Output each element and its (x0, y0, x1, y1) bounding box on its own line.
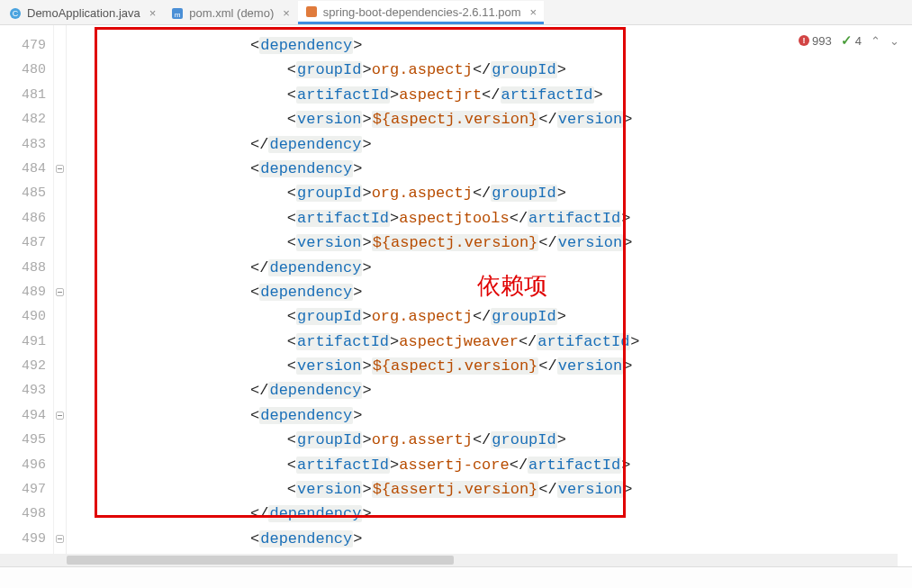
code-line[interactable]: <artifactId>assertj-core</artifactId> (67, 453, 912, 477)
line-number[interactable]: 499 (0, 527, 66, 551)
horizontal-scrollbar[interactable] (0, 554, 898, 566)
code-line[interactable]: <dependency> (67, 33, 912, 58)
code-line[interactable]: <groupId>org.aspectj</groupId> (67, 304, 912, 329)
tab-pom-xml[interactable]: m pom.xml (demo) × (164, 1, 297, 24)
svg-text:C: C (13, 9, 19, 18)
code-line[interactable]: <artifactId>aspectjweaver</artifactId> (67, 330, 912, 354)
close-icon[interactable]: × (283, 7, 290, 19)
code-line[interactable]: <artifactId>aspectjrt</artifactId> (67, 83, 912, 107)
error-icon: ! (799, 35, 809, 46)
code-line[interactable]: <version>${aspectj.version}</version> (67, 354, 912, 378)
line-number[interactable]: 484 (0, 157, 66, 181)
errors-indicator[interactable]: ! 993 (799, 34, 832, 48)
code-line[interactable]: </dependency> (67, 256, 912, 280)
code-line[interactable]: <dependency> (67, 527, 912, 551)
line-number[interactable]: 485 (0, 181, 66, 205)
code-line[interactable]: </dependency> (67, 378, 912, 403)
line-number[interactable]: 494 (0, 403, 66, 428)
check-icon: ✓ (841, 32, 853, 49)
line-number[interactable]: 479 (0, 33, 66, 58)
line-number[interactable]: 491 (0, 330, 66, 354)
line-number[interactable]: 487 (0, 231, 66, 255)
line-number[interactable]: 493 (0, 378, 66, 403)
line-number[interactable]: 486 (0, 206, 66, 231)
line-number[interactable]: 480 (0, 58, 66, 82)
tab-label: spring-boot-dependencies-2.6.11.pom (323, 5, 521, 19)
warnings-count: 4 (855, 34, 862, 48)
svg-text:m: m (175, 10, 181, 18)
line-number[interactable]: 497 (0, 477, 66, 502)
code-line[interactable]: <version>${aspectj.version}</version> (67, 231, 912, 255)
breadcrumb-bar[interactable] (0, 566, 912, 588)
svg-rect-4 (306, 6, 317, 17)
code-line[interactable]: </dependency> (67, 502, 912, 526)
code-line[interactable]: <artifactId>aspectjtools</artifactId> (67, 206, 912, 231)
line-number[interactable]: 481 (0, 83, 66, 107)
inspection-chevron-down-icon[interactable]: ⌄ (889, 34, 899, 48)
errors-count: 993 (812, 34, 832, 48)
tab-label: pom.xml (demo) (189, 6, 274, 20)
editor-tabs-bar: C DemoApplication.java × m pom.xml (demo… (0, 0, 912, 25)
code-line[interactable]: <version>${aspectj.version}</version> (67, 107, 912, 131)
code-line[interactable]: <groupId>org.assertj</groupId> (67, 428, 912, 452)
line-number[interactable]: 496 (0, 453, 66, 477)
close-icon[interactable]: × (530, 6, 537, 18)
code-line[interactable]: <dependency> (67, 157, 912, 181)
line-number-gutter[interactable]: 4794804814824834844854864874884894904914… (0, 25, 67, 565)
code-line[interactable]: <groupId>org.aspectj</groupId> (67, 58, 912, 82)
line-number[interactable]: 488 (0, 256, 66, 280)
line-number[interactable]: 495 (0, 428, 66, 452)
line-number[interactable]: 489 (0, 280, 66, 304)
xml-file-icon: m (171, 7, 184, 20)
code-line[interactable]: <dependency> (67, 403, 912, 428)
line-number[interactable]: 482 (0, 107, 66, 131)
line-number[interactable]: 492 (0, 354, 66, 378)
tab-demoapplication[interactable]: C DemoApplication.java × (2, 1, 163, 24)
code-line[interactable]: </dependency> (67, 132, 912, 157)
editor-area: 4794804814824834844854864874884894904914… (0, 25, 912, 565)
scrollbar-thumb[interactable] (67, 556, 454, 565)
tab-label: DemoApplication.java (27, 6, 140, 20)
warnings-indicator[interactable]: ✓ 4 (841, 32, 862, 49)
code-editor[interactable]: <dependency> <groupId>org.aspectj</group… (67, 25, 912, 565)
close-icon[interactable]: × (149, 7, 157, 19)
code-line[interactable]: <version>${assertj.version}</version> (67, 477, 912, 502)
pom-file-icon (305, 5, 318, 18)
tab-spring-boot-deps[interactable]: spring-boot-dependencies-2.6.11.pom × (298, 1, 544, 24)
line-number[interactable]: 490 (0, 304, 66, 329)
code-line[interactable]: <groupId>org.aspectj</groupId> (67, 181, 912, 205)
java-file-icon: C (9, 7, 22, 20)
inspection-chevron-icon[interactable]: ⌃ (871, 34, 880, 48)
code-line[interactable]: <dependency> (67, 280, 912, 304)
inspection-summary[interactable]: ! 993 ✓ 4 ⌃ ⌄ (795, 31, 903, 50)
line-number[interactable]: 483 (0, 132, 66, 157)
line-number[interactable]: 498 (0, 502, 66, 526)
